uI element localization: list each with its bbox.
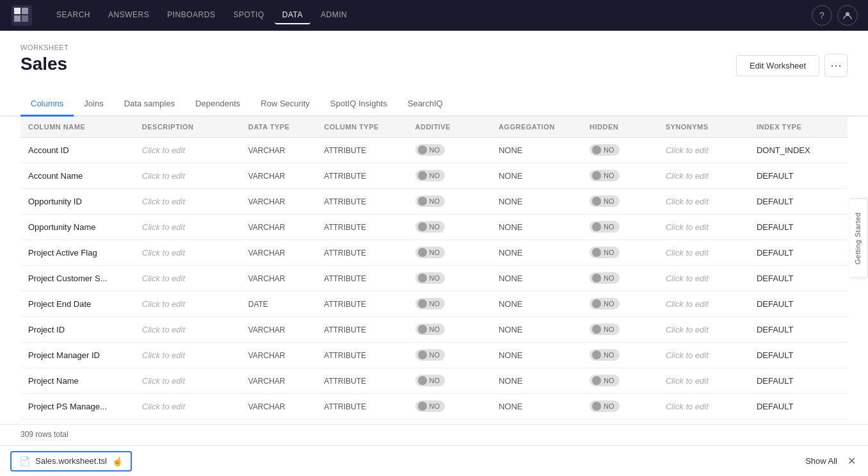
more-options-button[interactable]: ⋯ [824,54,848,77]
cell-additive[interactable]: NO [408,394,491,420]
cell-hidden[interactable]: NO [582,240,658,266]
cell-synonyms[interactable]: Click to edit [658,163,749,189]
cell-description[interactable]: Click to edit [134,240,241,266]
nav-admin[interactable]: ADMIN [313,6,355,24]
cell-synonyms[interactable]: Click to edit [658,291,749,317]
toggle-no[interactable]: NO [415,221,446,233]
toggle-no[interactable]: NO [415,144,446,156]
cell-description[interactable]: Click to edit [134,215,241,240]
cell-description[interactable]: Click to edit [134,343,241,368]
cell-index-type: DEFAULT [749,394,848,420]
cell-hidden[interactable]: NO [582,394,658,420]
cell-additive[interactable]: NO [408,215,491,240]
toggle-no[interactable]: NO [590,272,620,284]
cell-synonyms[interactable]: Click to edit [658,368,749,394]
toggle-no[interactable]: NO [415,400,446,412]
nav-spotiq[interactable]: SPOTIQ [225,6,271,24]
cell-hidden[interactable]: NO [582,317,658,343]
cell-hidden[interactable]: NO [582,163,658,189]
table-row: Opportunity Name Click to edit VARCHAR A… [20,215,848,240]
toggle-no[interactable]: NO [590,170,620,181]
cell-synonyms[interactable]: Click to edit [658,138,749,163]
cell-hidden[interactable]: NO [582,368,658,394]
cell-aggregation: NONE [491,343,582,368]
cell-column-name: Project End Date [20,291,134,317]
table-row: Account ID Click to edit VARCHAR ATTRIBU… [20,138,848,163]
th-description: DESCRIPTION [134,117,241,138]
toggle-dot [418,325,427,334]
toggle-no[interactable]: NO [590,298,620,309]
toggle-no[interactable]: NO [415,170,446,181]
svg-rect-4 [22,15,28,22]
cell-hidden[interactable]: NO [582,291,658,317]
logo[interactable] [10,4,33,27]
help-button[interactable]: ? [812,5,832,26]
edit-worksheet-button[interactable]: Edit Worksheet [736,55,819,76]
cell-description[interactable]: Click to edit [134,317,241,343]
cell-additive[interactable]: NO [408,266,491,291]
cell-additive[interactable]: NO [408,291,491,317]
tab-spotiq-insights[interactable]: SpotIQ Insights [320,92,398,117]
toggle-no[interactable]: NO [590,349,620,361]
cell-additive[interactable]: NO [408,240,491,266]
toggle-no[interactable]: NO [590,375,620,386]
toggle-no[interactable]: NO [415,272,446,284]
file-tab[interactable]: 📄 Sales.worksheet.tsl ☝ [10,451,132,472]
nav-pinboards[interactable]: PINBOARDS [159,6,223,24]
tab-row-security[interactable]: Row Security [250,92,320,117]
cell-additive[interactable]: NO [408,138,491,163]
cell-description[interactable]: Click to edit [134,368,241,394]
user-button[interactable] [837,5,858,26]
bottom-bar: 📄 Sales.worksheet.tsl ☝ Show All ✕ [0,445,868,476]
nav-answers[interactable]: ANSWERS [100,6,157,24]
cell-description[interactable]: Click to edit [134,266,241,291]
nav-search[interactable]: SEARCH [49,6,98,24]
toggle-no[interactable]: NO [415,375,446,386]
cell-description[interactable]: Click to edit [134,138,241,163]
cell-hidden[interactable]: NO [582,138,658,163]
show-all-button[interactable]: Show All [805,456,837,466]
toggle-no[interactable]: NO [415,298,446,309]
cell-synonyms[interactable]: Click to edit [658,343,749,368]
cell-description[interactable]: Click to edit [134,189,241,215]
cell-description[interactable]: Click to edit [134,394,241,420]
cell-aggregation: NONE [491,189,582,215]
table-row: Project Active Flag Click to edit VARCHA… [20,240,848,266]
toggle-no[interactable]: NO [590,247,620,258]
getting-started-tab[interactable]: Getting Started [850,199,868,278]
cell-description[interactable]: Click to edit [134,291,241,317]
toggle-no[interactable]: NO [590,195,620,207]
toggle-no[interactable]: NO [590,144,620,156]
cell-additive[interactable]: NO [408,343,491,368]
toggle-no[interactable]: NO [415,195,446,207]
cell-hidden[interactable]: NO [582,266,658,291]
toggle-no[interactable]: NO [415,324,446,335]
cell-synonyms[interactable]: Click to edit [658,240,749,266]
cell-synonyms[interactable]: Click to edit [658,266,749,291]
cell-hidden[interactable]: NO [582,343,658,368]
cell-additive[interactable]: NO [408,368,491,394]
cell-hidden[interactable]: NO [582,215,658,240]
toggle-no[interactable]: NO [590,400,620,412]
toggle-no[interactable]: NO [415,349,446,361]
cell-synonyms[interactable]: Click to edit [658,317,749,343]
toggle-no[interactable]: NO [590,221,620,233]
cell-additive[interactable]: NO [408,189,491,215]
tab-searchiq[interactable]: SearchIQ [398,92,453,117]
cell-hidden[interactable]: NO [582,189,658,215]
tab-joins[interactable]: Joins [74,92,113,117]
close-button[interactable]: ✕ [845,455,858,468]
toggle-no[interactable]: NO [590,324,620,335]
cell-additive[interactable]: NO [408,163,491,189]
cell-synonyms[interactable]: Click to edit [658,394,749,420]
toggle-no[interactable]: NO [415,247,446,258]
table-body: Account ID Click to edit VARCHAR ATTRIBU… [20,138,848,420]
cell-synonyms[interactable]: Click to edit [658,189,749,215]
tab-data-samples[interactable]: Data samples [114,92,185,117]
tab-columns[interactable]: Columns [20,92,74,117]
cell-additive[interactable]: NO [408,317,491,343]
cell-synonyms[interactable]: Click to edit [658,215,749,240]
tab-dependents[interactable]: Dependents [185,92,250,117]
nav-data[interactable]: DATA [275,6,310,24]
cell-description[interactable]: Click to edit [134,163,241,189]
